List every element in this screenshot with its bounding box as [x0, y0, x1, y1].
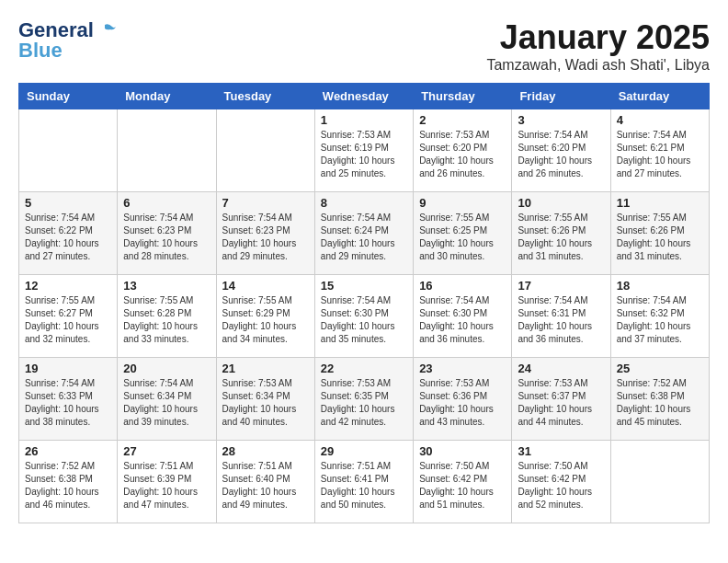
cell-date-number: 2 — [419, 113, 506, 127]
calendar-cell: 31Sunrise: 7:50 AM Sunset: 6:42 PM Dayli… — [512, 441, 610, 523]
calendar-cell: 3Sunrise: 7:54 AM Sunset: 6:20 PM Daylig… — [512, 109, 610, 192]
cell-info-text: Sunrise: 7:54 AM Sunset: 6:34 PM Dayligh… — [123, 377, 210, 429]
cell-date-number: 3 — [518, 113, 604, 127]
logo: General Blue — [18, 18, 116, 63]
calendar-cell: 19Sunrise: 7:54 AM Sunset: 6:33 PM Dayli… — [19, 358, 118, 441]
cell-info-text: Sunrise: 7:54 AM Sunset: 6:33 PM Dayligh… — [25, 377, 111, 429]
cell-info-text: Sunrise: 7:54 AM Sunset: 6:24 PM Dayligh… — [321, 212, 407, 263]
calendar-cell: 21Sunrise: 7:53 AM Sunset: 6:34 PM Dayli… — [216, 358, 314, 441]
calendar-cell: 14Sunrise: 7:55 AM Sunset: 6:29 PM Dayli… — [216, 275, 314, 358]
cell-date-number: 16 — [419, 279, 506, 293]
cell-date-number: 24 — [518, 362, 604, 375]
cell-date-number: 17 — [518, 279, 604, 293]
calendar-cell: 22Sunrise: 7:53 AM Sunset: 6:35 PM Dayli… — [314, 358, 413, 441]
cell-date-number: 9 — [419, 196, 506, 210]
cell-info-text: Sunrise: 7:52 AM Sunset: 6:38 PM Dayligh… — [25, 460, 111, 511]
week-row-4: 19Sunrise: 7:54 AM Sunset: 6:33 PM Dayli… — [19, 358, 710, 441]
cell-info-text: Sunrise: 7:54 AM Sunset: 6:30 PM Dayligh… — [419, 294, 506, 346]
day-header-saturday: Saturday — [610, 84, 709, 109]
calendar-cell: 23Sunrise: 7:53 AM Sunset: 6:36 PM Dayli… — [414, 358, 512, 441]
cell-info-text: Sunrise: 7:55 AM Sunset: 6:29 PM Dayligh… — [222, 294, 309, 346]
calendar-cell: 5Sunrise: 7:54 AM Sunset: 6:22 PM Daylig… — [19, 192, 118, 275]
cell-date-number: 21 — [222, 362, 309, 375]
calendar-cell: 13Sunrise: 7:55 AM Sunset: 6:28 PM Dayli… — [118, 275, 216, 358]
page-header: General Blue January 2025 Tamzawah, Wadi… — [18, 18, 710, 74]
cell-info-text: Sunrise: 7:52 AM Sunset: 6:38 PM Dayligh… — [617, 377, 703, 429]
cell-date-number: 19 — [25, 362, 111, 375]
week-row-5: 26Sunrise: 7:52 AM Sunset: 6:38 PM Dayli… — [19, 441, 710, 523]
cell-date-number: 7 — [222, 196, 309, 210]
cell-date-number: 15 — [321, 279, 407, 293]
cell-date-number: 22 — [321, 362, 407, 375]
calendar-cell: 15Sunrise: 7:54 AM Sunset: 6:30 PM Dayli… — [314, 275, 413, 358]
cell-date-number: 4 — [617, 113, 703, 127]
calendar-cell: 7Sunrise: 7:54 AM Sunset: 6:23 PM Daylig… — [216, 192, 314, 275]
cell-date-number: 31 — [518, 444, 604, 458]
calendar-cell: 10Sunrise: 7:55 AM Sunset: 6:26 PM Dayli… — [512, 192, 610, 275]
month-title: January 2025 — [486, 18, 710, 57]
calendar-cell: 9Sunrise: 7:55 AM Sunset: 6:25 PM Daylig… — [414, 192, 512, 275]
cell-info-text: Sunrise: 7:50 AM Sunset: 6:42 PM Dayligh… — [419, 460, 506, 511]
cell-info-text: Sunrise: 7:55 AM Sunset: 6:28 PM Dayligh… — [123, 294, 210, 346]
cell-date-number: 23 — [419, 362, 506, 375]
cell-info-text: Sunrise: 7:53 AM Sunset: 6:20 PM Dayligh… — [419, 129, 506, 180]
cell-info-text: Sunrise: 7:54 AM Sunset: 6:22 PM Dayligh… — [25, 212, 111, 263]
day-header-friday: Friday — [512, 84, 610, 109]
cell-date-number: 10 — [518, 196, 604, 210]
calendar-cell: 29Sunrise: 7:51 AM Sunset: 6:41 PM Dayli… — [314, 441, 413, 523]
cell-date-number: 14 — [222, 279, 309, 293]
cell-date-number: 1 — [321, 113, 407, 127]
cell-info-text: Sunrise: 7:54 AM Sunset: 6:20 PM Dayligh… — [518, 129, 604, 180]
logo-bird-icon — [96, 23, 116, 38]
cell-info-text: Sunrise: 7:51 AM Sunset: 6:39 PM Dayligh… — [123, 460, 210, 511]
cell-info-text: Sunrise: 7:51 AM Sunset: 6:40 PM Dayligh… — [222, 460, 309, 511]
cell-date-number: 27 — [123, 444, 210, 458]
cell-date-number: 30 — [419, 444, 506, 458]
cell-info-text: Sunrise: 7:54 AM Sunset: 6:23 PM Dayligh… — [222, 212, 309, 263]
cell-date-number: 8 — [321, 196, 407, 210]
week-row-2: 5Sunrise: 7:54 AM Sunset: 6:22 PM Daylig… — [19, 192, 710, 275]
calendar-cell: 25Sunrise: 7:52 AM Sunset: 6:38 PM Dayli… — [610, 358, 709, 441]
calendar-cell — [19, 109, 118, 192]
cell-info-text: Sunrise: 7:53 AM Sunset: 6:36 PM Dayligh… — [419, 377, 506, 429]
calendar-cell: 18Sunrise: 7:54 AM Sunset: 6:32 PM Dayli… — [610, 275, 709, 358]
calendar-cell — [118, 109, 216, 192]
calendar-cell: 6Sunrise: 7:54 AM Sunset: 6:23 PM Daylig… — [118, 192, 216, 275]
calendar-table: SundayMondayTuesdayWednesdayThursdayFrid… — [18, 83, 710, 523]
day-header-monday: Monday — [118, 84, 216, 109]
cell-date-number: 5 — [25, 196, 111, 210]
cell-info-text: Sunrise: 7:54 AM Sunset: 6:31 PM Dayligh… — [518, 294, 604, 346]
week-row-3: 12Sunrise: 7:55 AM Sunset: 6:27 PM Dayli… — [19, 275, 710, 358]
cell-date-number: 6 — [123, 196, 210, 210]
cell-date-number: 18 — [617, 279, 703, 293]
calendar-header-row: SundayMondayTuesdayWednesdayThursdayFrid… — [19, 84, 710, 109]
calendar-cell: 12Sunrise: 7:55 AM Sunset: 6:27 PM Dayli… — [19, 275, 118, 358]
cell-date-number: 20 — [123, 362, 210, 375]
cell-date-number: 29 — [321, 444, 407, 458]
cell-date-number: 25 — [617, 362, 703, 375]
calendar-cell: 11Sunrise: 7:55 AM Sunset: 6:26 PM Dayli… — [610, 192, 709, 275]
cell-info-text: Sunrise: 7:53 AM Sunset: 6:19 PM Dayligh… — [321, 129, 407, 180]
cell-info-text: Sunrise: 7:55 AM Sunset: 6:26 PM Dayligh… — [617, 212, 703, 263]
day-header-wednesday: Wednesday — [314, 84, 413, 109]
calendar-cell: 24Sunrise: 7:53 AM Sunset: 6:37 PM Dayli… — [512, 358, 610, 441]
cell-info-text: Sunrise: 7:54 AM Sunset: 6:30 PM Dayligh… — [321, 294, 407, 346]
cell-info-text: Sunrise: 7:53 AM Sunset: 6:34 PM Dayligh… — [222, 377, 309, 429]
location: Tamzawah, Wadi ash Shati', Libya — [486, 57, 710, 74]
cell-date-number: 11 — [617, 196, 703, 210]
cell-info-text: Sunrise: 7:55 AM Sunset: 6:27 PM Dayligh… — [25, 294, 111, 346]
calendar-cell: 17Sunrise: 7:54 AM Sunset: 6:31 PM Dayli… — [512, 275, 610, 358]
cell-info-text: Sunrise: 7:55 AM Sunset: 6:26 PM Dayligh… — [518, 212, 604, 263]
calendar-cell: 4Sunrise: 7:54 AM Sunset: 6:21 PM Daylig… — [610, 109, 709, 192]
calendar-cell: 27Sunrise: 7:51 AM Sunset: 6:39 PM Dayli… — [118, 441, 216, 523]
calendar-cell: 28Sunrise: 7:51 AM Sunset: 6:40 PM Dayli… — [216, 441, 314, 523]
calendar-cell: 16Sunrise: 7:54 AM Sunset: 6:30 PM Dayli… — [414, 275, 512, 358]
cell-date-number: 12 — [25, 279, 111, 293]
calendar-cell: 20Sunrise: 7:54 AM Sunset: 6:34 PM Dayli… — [118, 358, 216, 441]
logo-text-blue: Blue — [18, 39, 63, 63]
calendar-cell: 8Sunrise: 7:54 AM Sunset: 6:24 PM Daylig… — [314, 192, 413, 275]
calendar-cell: 1Sunrise: 7:53 AM Sunset: 6:19 PM Daylig… — [314, 109, 413, 192]
cell-date-number: 13 — [123, 279, 210, 293]
cell-info-text: Sunrise: 7:53 AM Sunset: 6:35 PM Dayligh… — [321, 377, 407, 429]
calendar-cell — [216, 109, 314, 192]
